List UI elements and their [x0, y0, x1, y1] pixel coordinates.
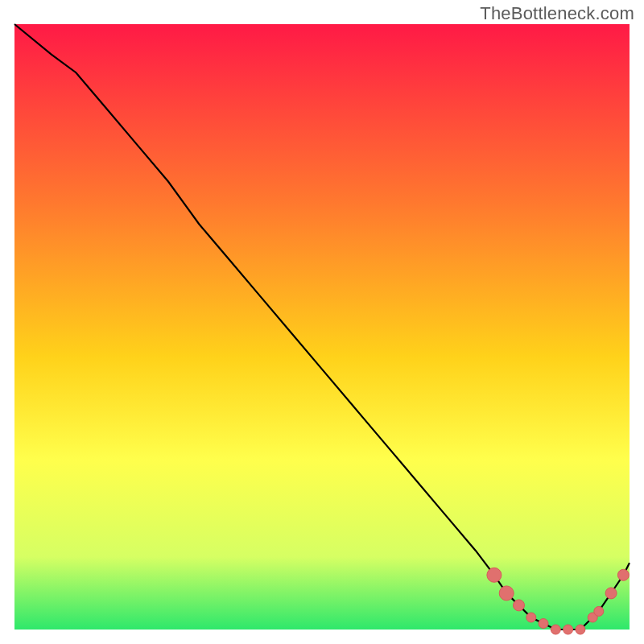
watermark-text: TheBottleneck.com	[480, 3, 634, 24]
curve-marker	[539, 619, 548, 629]
bottleneck-chart	[0, 0, 644, 644]
curve-marker	[551, 625, 560, 634]
plot-background	[14, 24, 630, 630]
curve-marker	[564, 625, 573, 634]
chart-stage: TheBottleneck.com	[0, 0, 644, 644]
curve-marker	[617, 569, 629, 580]
curve-marker	[514, 600, 525, 611]
curve-marker	[594, 606, 604, 616]
curve-marker	[526, 613, 536, 622]
curve-marker	[605, 588, 617, 599]
curve-marker	[499, 586, 514, 601]
curve-marker	[576, 625, 585, 634]
curve-marker	[487, 568, 502, 582]
